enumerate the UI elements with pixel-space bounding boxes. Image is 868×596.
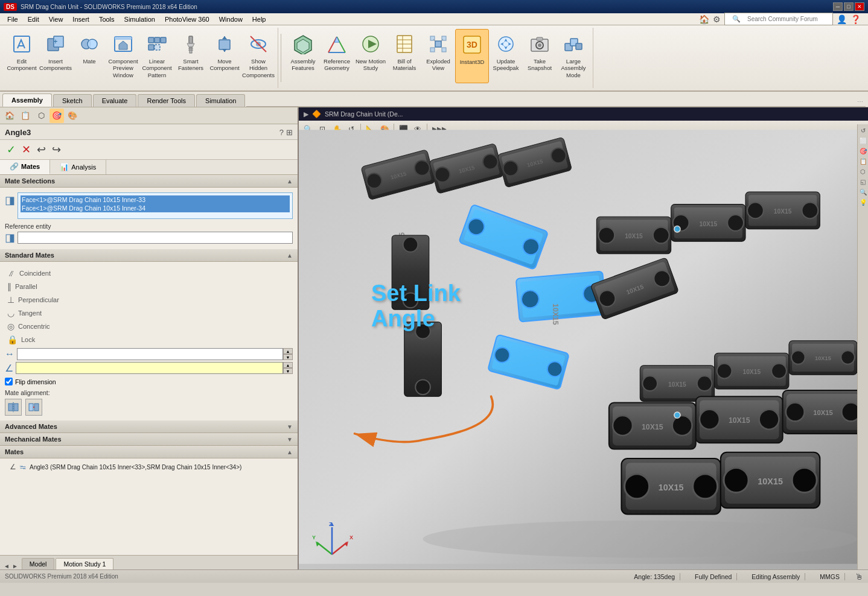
search-box[interactable]: 🔍 [724,13,833,25]
menu-item-insert[interactable]: Insert [68,14,94,24]
si-btn-2[interactable]: ⬜ [858,136,868,145]
feature-expand-icon[interactable]: ⊞ [286,128,293,137]
lock-item[interactable]: 🔒 Lock [5,333,293,346]
forward-icon[interactable]: ↪ [50,142,63,157]
tab-evaluate[interactable]: Evaluate [93,94,137,107]
si-btn-1[interactable]: ↺ [858,125,868,135]
help-icon[interactable]: ❓ [850,14,861,24]
flip-dimension-checkbox[interactable] [5,378,13,385]
mates-list-item[interactable]: ∠ ⭾ Angle3 (SRM Drag Chain 10x15 Inner<3… [5,461,293,473]
show-hidden-button[interactable]: Show Hidden Components [241,29,275,83]
menu-item-photoview[interactable]: PhotoView 360 [160,14,214,24]
mate-selection-item-2[interactable]: Face<1>@SRM Drag Chain 10x15 Inner-34 [21,204,290,212]
flip-dimension-row: Flip dimension [5,378,293,385]
exploded-view-button[interactable]: Exploded View [421,29,455,83]
feature-help-icon[interactable]: ? [279,128,284,137]
prev-tab-btn[interactable]: ◄ [2,563,11,569]
take-snapshot-button[interactable]: Take Snapshot [523,29,557,83]
reference-geometry-button[interactable]: Reference Geometry [320,29,354,83]
mechanical-mates-header[interactable]: Mechanical Mates ▼ [0,433,298,446]
edit-component-button[interactable]: Edit Component [5,29,39,83]
linear-component-button[interactable]: Linear Component Pattern [140,29,174,83]
panel-content: Mate Selections ▲ ◨ Face<1>@SRM Drag Cha… [0,175,298,555]
tree-expand-arrow[interactable]: ▶ [304,110,308,118]
minimize-button[interactable]: ─ [833,2,843,11]
coincident-item[interactable]: ⫽ Coincident [5,267,293,280]
advanced-mates-header[interactable]: Advanced Mates ▼ [0,420,298,433]
lp-target-icon[interactable]: 🎯 [49,109,64,123]
menu-item-file[interactable]: File [2,14,23,24]
tab-render-tools[interactable]: Render Tools [138,94,195,107]
mates-section-header[interactable]: Mates ▲ [0,446,298,458]
maximize-button[interactable]: □ [844,2,854,11]
instant3d-button[interactable]: 3D Instant3D [455,29,489,83]
next-tab-btn[interactable]: ► [11,563,19,569]
distance-icon: ↔ [5,349,14,360]
assembly-features-icon [292,33,314,55]
assembly-features-button[interactable]: Assembly Features [286,29,320,83]
angle3-icon2: ⭾ [20,464,26,471]
angle-spin-up[interactable]: ▲ [283,362,293,368]
mates-tab[interactable]: 🔗 Mates [0,160,50,174]
si-btn-4[interactable]: 📋 [858,156,868,166]
component-preview-button[interactable]: Component Preview Window [106,29,140,83]
tangent-item[interactable]: ◡ Tangent [5,306,293,320]
distance-spin-up[interactable]: ▲ [283,348,293,354]
analysis-tab[interactable]: 📊 Analysis [50,160,106,174]
lp-list-icon[interactable]: 📋 [18,109,33,123]
large-assembly-button[interactable]: Large Assembly Mode [557,29,590,83]
search-input[interactable] [747,16,830,22]
motion-study-tab[interactable]: Motion Study 1 [56,558,113,569]
menu-item-window[interactable]: Window [214,14,247,24]
tab-simulation[interactable]: Simulation [196,94,245,107]
align-icon-1[interactable] [5,399,22,416]
new-motion-study-button[interactable]: New Motion Study [354,29,388,83]
tab-assembly[interactable]: Assembly [2,94,52,107]
move-component-icon [213,33,236,55]
mate-selections-header[interactable]: Mate Selections ▲ [0,175,298,188]
bill-of-materials-button[interactable]: Bill of Materials [388,29,421,83]
options-icon[interactable]: ⚙ [713,14,721,24]
menu-item-simulation[interactable]: Simulation [120,14,160,24]
si-btn-6[interactable]: ◱ [858,177,868,186]
mate-selection-list[interactable]: Face<1>@SRM Drag Chain 10x15 Inner-33 Fa… [18,192,293,219]
si-btn-7[interactable]: 🔍 [858,187,868,197]
mate-button[interactable]: Mate [72,29,106,83]
insert-components-button[interactable]: + Insert Components [39,29,72,83]
cancel-icon[interactable]: ✕ [20,142,33,157]
home-icon[interactable]: 🏠 [699,14,709,24]
distance-input[interactable]: 5.05977973mm [17,348,283,360]
lp-paint-icon[interactable]: 🎨 [65,109,80,123]
back-icon[interactable]: ↩ [35,142,48,157]
lp-home-icon[interactable]: 🏠 [2,109,17,123]
model-tab[interactable]: Model [22,558,55,569]
viewport[interactable]: 10X15 10X15 10X15 [299,124,857,569]
standard-mates-header[interactable]: Standard Mates ▲ [0,249,298,262]
analysis-tab-icon: 📊 [60,163,69,171]
menu-item-view[interactable]: View [44,14,68,24]
lp-hex-icon[interactable]: ⬡ [34,109,48,123]
menu-item-tools[interactable]: Tools [94,14,120,24]
tab-sketch[interactable]: Sketch [53,94,92,107]
parallel-item[interactable]: ∥ Parallel [5,280,293,293]
ref-entity-input[interactable] [18,232,293,244]
angle-input[interactable]: 45.00deg [16,362,283,374]
angle-spin-down[interactable]: ▼ [283,368,293,374]
si-btn-8[interactable]: 💡 [858,197,868,207]
si-btn-5[interactable]: ⬡ [858,166,868,176]
distance-spin-down[interactable]: ▼ [283,354,293,360]
move-component-button[interactable]: Move Component [208,29,241,83]
mate-selection-item-1[interactable]: Face<1>@SRM Drag Chain 10x15 Inner-33 [21,195,290,204]
align-icon-2[interactable] [25,399,42,416]
concentric-item[interactable]: ◎ Concentric [5,320,293,333]
close-button[interactable]: ✕ [855,2,864,11]
menu-item-help[interactable]: Help [247,14,271,24]
confirm-icon[interactable]: ✓ [5,142,18,157]
edit-component-icon [10,33,33,55]
update-speedpak-button[interactable]: Update Speedpak [489,29,523,83]
user-icon[interactable]: 👤 [837,14,847,24]
menu-item-edit[interactable]: Edit [23,14,44,24]
perpendicular-item[interactable]: ⊥ Perpendicular [5,293,293,306]
smart-fasteners-button[interactable]: Smart Fasteners [174,29,208,83]
si-btn-3[interactable]: 🎯 [858,146,868,156]
